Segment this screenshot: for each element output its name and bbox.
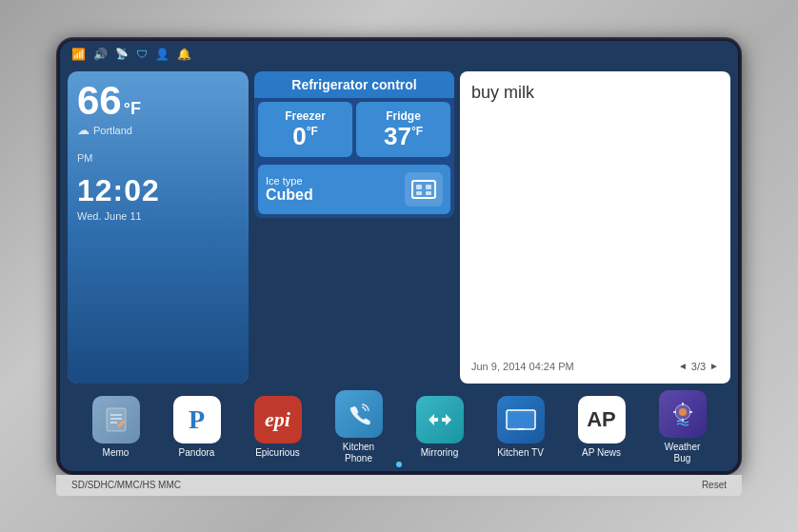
ice-box[interactable]: Ice type Cubed: [258, 165, 450, 214]
ap-letters: AP: [587, 407, 616, 432]
svg-rect-3: [416, 191, 422, 195]
memo-icon: [92, 396, 140, 443]
epi-letter: epi: [265, 407, 290, 432]
app-epicurious[interactable]: epi Epicurious: [244, 396, 312, 459]
app-kitchen-tv[interactable]: Kitchen TV: [487, 396, 555, 459]
phone-icon: [335, 390, 383, 438]
pandora-icon: P: [173, 396, 221, 443]
bottom-left-text: SD/SDHC/MMC/HS MMC: [71, 480, 181, 490]
freezer-temp: 0°F: [264, 123, 347, 150]
person-icon: 👤: [155, 48, 170, 61]
page-dot: [396, 462, 402, 467]
fridge-label: Fridge: [362, 109, 445, 123]
temp-unit: °F: [124, 99, 141, 119]
epicurious-label: Epicurious: [255, 447, 300, 459]
app-kitchen-phone[interactable]: KitchenPhone: [325, 390, 393, 464]
notes-nav: ◄ 3/3 ►: [678, 361, 719, 372]
time-display: 12:02: [77, 173, 239, 208]
wifi-icon: 📶: [71, 48, 86, 61]
svg-point-13: [679, 408, 687, 416]
ap-news-icon: AP: [578, 396, 626, 443]
notes-page: 3/3: [691, 361, 706, 372]
ice-row: Ice type Cubed: [254, 161, 454, 218]
time-period: PM: [77, 152, 93, 164]
bottom-bar: SD/SDHC/MMC/HS MMC Reset: [56, 475, 742, 496]
ice-value: Cubed: [266, 187, 313, 204]
notes-text: buy milk: [471, 83, 719, 353]
svg-rect-1: [416, 185, 422, 189]
temperature: 66: [77, 81, 122, 121]
mirroring-label: Mirroring: [421, 447, 458, 459]
shield-icon: 🛡: [136, 48, 148, 61]
svg-rect-5: [107, 408, 126, 431]
bell-icon: 🔔: [177, 48, 191, 61]
fridge-temp: 37°F: [362, 123, 445, 150]
pandora-letter: P: [189, 404, 205, 435]
svg-rect-10: [509, 413, 532, 426]
city-name: Portland: [93, 125, 132, 136]
mirroring-icon: [416, 396, 464, 443]
fridge-control: Refrigerator control Freezer 0°F Fridge …: [254, 71, 454, 384]
ap-news-label: AP News: [582, 447, 621, 459]
freezer-label: Freezer: [264, 109, 347, 123]
notes-footer: Jun 9, 2014 04:24 PM ◄ 3/3 ►: [471, 361, 719, 372]
app-memo[interactable]: Memo: [82, 396, 150, 459]
notes-next-arrow[interactable]: ►: [709, 361, 719, 371]
tv-icon: [497, 396, 545, 443]
main-content: 66 °F ☁ Portland PM 12:02 Wed. June 11: [60, 68, 738, 387]
kitchen-phone-label: KitchenPhone: [343, 442, 374, 464]
app-ap-news[interactable]: AP AP News: [568, 396, 636, 459]
freezer-box[interactable]: Freezer 0°F: [258, 102, 352, 158]
weather-bug-label: WeatherBug: [665, 442, 701, 464]
kitchen-tv-label: Kitchen TV: [497, 447, 544, 459]
reset-button[interactable]: Reset: [702, 480, 727, 490]
status-bar: 📶 🔊 📡 🛡 👤 🔔: [60, 41, 738, 68]
date-display: Wed. June 11: [77, 210, 239, 222]
epicurious-icon: epi: [254, 396, 302, 443]
app-dock: Memo P Pandora epi Epicurious: [60, 387, 738, 471]
svg-rect-0: [412, 181, 435, 198]
notes-date: Jun 9, 2014 04:24 PM: [471, 361, 574, 372]
ice-icon: [405, 172, 443, 207]
memo-label: Memo: [103, 447, 130, 459]
notes-widget[interactable]: buy milk Jun 9, 2014 04:24 PM ◄ 3/3 ► ›: [460, 71, 730, 384]
notes-prev-arrow[interactable]: ◄: [678, 361, 688, 371]
device-frame: 📶 🔊 📡 🛡 👤 🔔 66 °F ☁ Portland: [56, 37, 742, 475]
cloud-icon: ☁: [77, 123, 90, 137]
fridge-temps: Freezer 0°F Fridge 37°F: [254, 98, 454, 162]
app-weather-bug[interactable]: WeatherBug: [648, 390, 717, 464]
signal-icon: 📡: [115, 48, 129, 60]
fridge-box[interactable]: Fridge 37°F: [356, 102, 450, 158]
weather-bug-icon: [659, 390, 707, 438]
svg-rect-2: [426, 185, 431, 189]
ice-label: Ice type: [266, 175, 313, 187]
pandora-label: Pandora: [179, 447, 215, 459]
fridge-title: Refrigerator control: [254, 71, 454, 98]
svg-rect-4: [426, 191, 431, 195]
weather-widget[interactable]: 66 °F ☁ Portland PM 12:02 Wed. June 11: [68, 71, 249, 384]
app-pandora[interactable]: P Pandora: [163, 396, 231, 459]
volume-icon: 🔊: [93, 48, 108, 61]
app-mirroring[interactable]: Mirroring: [406, 396, 474, 459]
screen: 📶 🔊 📡 🛡 👤 🔔 66 °F ☁ Portland: [60, 41, 738, 471]
